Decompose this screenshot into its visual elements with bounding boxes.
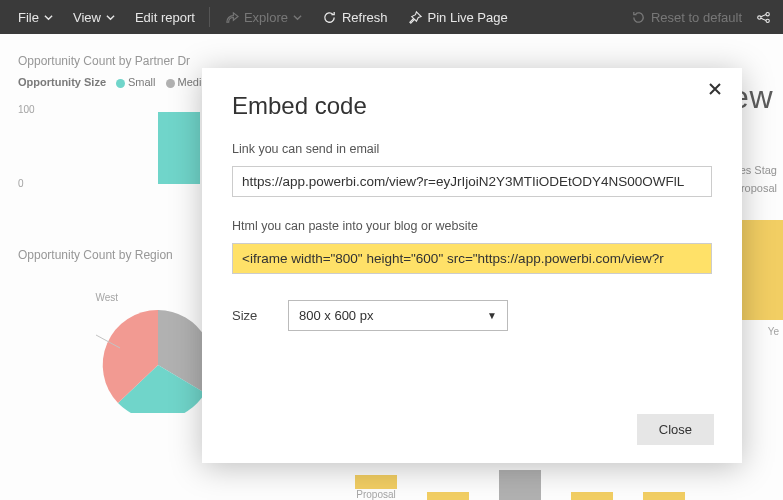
refresh-label: Refresh xyxy=(342,10,388,25)
svg-point-0 xyxy=(758,15,761,18)
link-label: Link you can send in email xyxy=(232,142,712,156)
dialog-title: Embed code xyxy=(232,92,712,120)
svg-point-2 xyxy=(766,19,769,22)
svg-point-1 xyxy=(766,12,769,15)
file-label: File xyxy=(18,10,39,25)
view-label: View xyxy=(73,10,101,25)
caret-down-icon: ▼ xyxy=(487,310,497,321)
chevron-down-icon xyxy=(293,13,302,22)
size-select[interactable]: 800 x 600 px ▼ xyxy=(288,300,508,331)
reset-label: Reset to default xyxy=(651,10,742,25)
edit-report-label: Edit report xyxy=(135,10,195,25)
reset-icon xyxy=(631,10,646,25)
share-icon xyxy=(756,10,771,25)
html-input[interactable] xyxy=(232,243,712,274)
explore-icon xyxy=(224,10,239,25)
embed-code-dialog: Embed code Link you can send in email Ht… xyxy=(202,68,742,463)
file-menu[interactable]: File xyxy=(8,0,63,34)
close-icon[interactable] xyxy=(708,82,726,100)
refresh-button[interactable]: Refresh xyxy=(312,0,398,34)
explore-button: Explore xyxy=(214,0,312,34)
reset-button: Reset to default xyxy=(621,0,752,34)
close-button[interactable]: Close xyxy=(637,414,714,445)
explore-label: Explore xyxy=(244,10,288,25)
link-input[interactable] xyxy=(232,166,712,197)
view-menu[interactable]: View xyxy=(63,0,125,34)
edit-report-button[interactable]: Edit report xyxy=(125,0,205,34)
pin-button[interactable]: Pin Live Page xyxy=(398,0,518,34)
chevron-down-icon xyxy=(44,13,53,22)
html-label: Html you can paste into your blog or web… xyxy=(232,219,712,233)
top-toolbar: File View Edit report Explore Refresh Pi… xyxy=(0,0,783,34)
pin-label: Pin Live Page xyxy=(428,10,508,25)
refresh-icon xyxy=(322,10,337,25)
chevron-down-icon xyxy=(106,13,115,22)
size-value: 800 x 600 px xyxy=(299,308,373,323)
pin-icon xyxy=(408,10,423,25)
toolbar-separator xyxy=(209,7,210,27)
size-label: Size xyxy=(232,308,268,323)
share-button[interactable] xyxy=(752,0,775,34)
